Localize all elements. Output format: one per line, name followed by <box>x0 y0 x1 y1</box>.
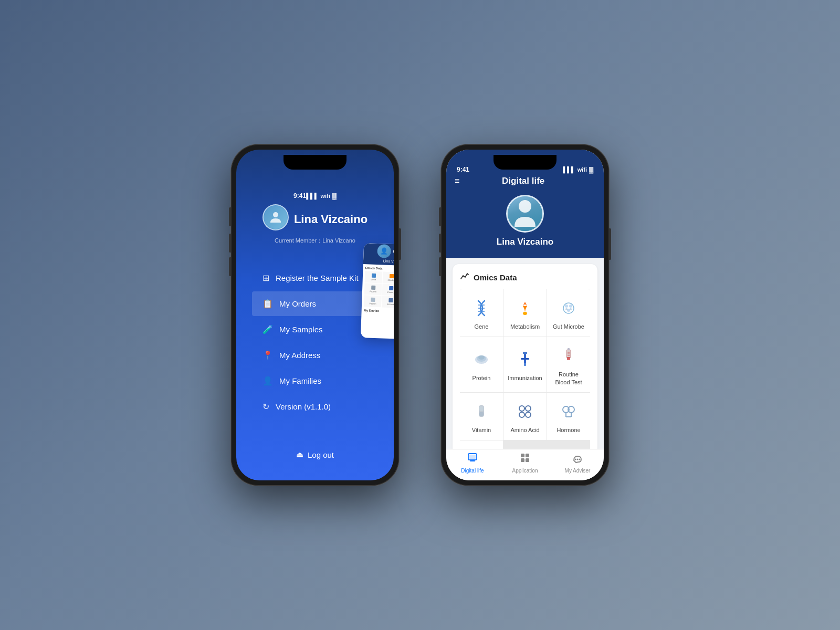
notch-2 <box>494 155 556 170</box>
profile-section: Lina Vizcaino Current Member：Lina Vizcan… <box>262 204 368 245</box>
svg-point-29 <box>526 406 531 411</box>
notch-1 <box>284 155 346 170</box>
tab-application-label: Application <box>512 468 538 474</box>
tab-my-adviser[interactable]: My Adviser <box>551 449 604 476</box>
user-name-header: Lina Vizcaino <box>497 237 553 247</box>
avatar-inner <box>264 206 287 229</box>
version-icon: ↻ <box>262 402 269 412</box>
protein-icon <box>471 349 492 370</box>
preview-header: 👤 Digital li... Lina Vizc... <box>363 243 394 266</box>
hamburger-menu-icon[interactable]: ≡ <box>455 177 459 185</box>
preview-device-title: My Device <box>364 309 394 314</box>
menu-label-orders: My Orders <box>279 299 316 308</box>
chart-icon <box>460 271 469 281</box>
svg-rect-16 <box>524 363 526 366</box>
svg-point-7 <box>565 304 568 308</box>
person-icon <box>268 210 283 225</box>
battery-icon: ▓ <box>332 193 337 199</box>
svg-rect-18 <box>523 352 527 354</box>
immunization-label: Immunization <box>508 374 542 382</box>
svg-point-52 <box>575 459 576 460</box>
preview-user-name: Lina Vizc... <box>383 259 394 263</box>
hormone-icon <box>558 401 579 422</box>
preview-immune-icon <box>389 286 393 290</box>
address-icon: 📍 <box>262 350 273 360</box>
menu-label-version: Version (v1.1.0) <box>276 402 331 411</box>
preview-omics-title: Omics Data <box>365 266 394 271</box>
omics-cell-hormone[interactable]: Hormone <box>547 393 590 440</box>
menu-item-register[interactable]: ⊞ Register the Sample Kit <box>252 266 378 290</box>
immunization-icon <box>514 349 536 370</box>
menu-item-version[interactable]: ↻ Version (v1.1.0) <box>252 394 378 419</box>
svg-rect-21 <box>568 348 570 350</box>
omics-icon <box>460 271 469 283</box>
svg-point-51 <box>579 459 581 460</box>
svg-rect-20 <box>567 357 570 360</box>
omics-cell-blood-test[interactable]: Routine Blood Test <box>547 337 590 392</box>
signal-icon-2: ▌▌▌ <box>563 166 575 173</box>
omics-cell-vitamin[interactable]: Vitamin <box>460 393 503 440</box>
families-icon: 👤 <box>262 376 273 386</box>
person-icon-large <box>512 198 538 229</box>
omics-cell-gene[interactable]: Gene <box>460 289 503 337</box>
preview-avatar: 👤 <box>377 244 391 258</box>
svg-point-50 <box>577 459 579 460</box>
preview-cell-immune: Immun... <box>382 284 394 296</box>
svg-rect-27 <box>479 412 484 416</box>
logout-section[interactable]: ⏏ Log out <box>296 450 334 480</box>
metabolism-label: Metabolism <box>510 323 540 330</box>
amino-acid-icon <box>514 401 536 422</box>
svg-point-1 <box>519 200 531 213</box>
register-icon: ⊞ <box>262 273 269 283</box>
preview-cell-amino: Amino A <box>382 296 394 308</box>
protein-label: Protein <box>472 374 491 382</box>
omics-cell-mineral-element[interactable]: Mineral Element <box>460 440 503 449</box>
gut-microbe-label: Gut Microbe <box>553 323 584 330</box>
wifi-icon-2: wifi <box>578 166 587 173</box>
hormone-label: Hormone <box>556 426 580 434</box>
omics-header: Omics Data <box>460 271 590 283</box>
preview-device-section: My Device <box>364 309 394 314</box>
profile-subtitle: Current Member：Lina Vizcano <box>275 237 355 245</box>
menu-label-register: Register the Sample Kit <box>276 274 359 282</box>
user-avatar-img <box>508 196 542 232</box>
menu-item-families[interactable]: 👤 My Families <box>252 369 378 393</box>
preview-content: Omics Data Gene Metab... Gut... <box>361 264 394 318</box>
preview-gene-label: Gene <box>371 278 376 281</box>
avatar <box>262 204 289 230</box>
omics-cell-amino-acid[interactable]: Amino Acid <box>503 393 547 440</box>
samples-icon: 🧪 <box>262 324 273 334</box>
tab-digital-life[interactable]: Digital life <box>446 449 499 476</box>
tab-application[interactable]: Application <box>499 449 551 476</box>
phone-1-screen: 9:41 ▌▌▌ wifi ▓ <box>236 150 394 480</box>
digital-life-tab-icon <box>467 452 478 466</box>
svg-point-31 <box>526 412 531 417</box>
menu-label-samples: My Samples <box>279 325 323 334</box>
signal-icon: ▌▌▌ <box>306 193 318 199</box>
menu-item-samples[interactable]: 🧪 My Samples <box>252 317 378 342</box>
omics-cell-gut-microbe[interactable]: Gut Microbe <box>547 289 590 337</box>
tab-digital-life-label: Digital life <box>461 468 484 474</box>
logout-label: Log out <box>308 450 334 459</box>
digital-life-screen: 9:41 ▌▌▌ wifi ▓ ≡ Digital life <box>446 150 604 480</box>
preview-cell-metabolism: Metab... <box>383 271 394 284</box>
phone2-content: Omics Data <box>446 258 604 449</box>
status-time-1: 9:41 <box>293 192 306 200</box>
battery-icon-2: ▓ <box>589 166 593 173</box>
preview-cell-protein: Protein <box>364 283 382 295</box>
amino-acid-label: Amino Acid <box>510 426 539 434</box>
svg-point-0 <box>273 212 278 217</box>
menu-item-orders[interactable]: 📋 My Orders <box>252 291 378 316</box>
svg-point-30 <box>519 412 524 417</box>
preview-immune-label: Immun... <box>387 291 394 294</box>
preview-metabolism-label: Metab... <box>387 279 394 282</box>
omics-cell-immunization[interactable]: Immunization <box>503 337 547 392</box>
omics-cell-protein[interactable]: Protein <box>460 337 503 392</box>
omics-grid: Gene Metabolism <box>460 289 590 449</box>
menu-item-address[interactable]: 📍 My Address <box>252 343 378 368</box>
svg-point-28 <box>519 406 524 411</box>
status-bar-1: 9:41 ▌▌▌ wifi ▓ <box>283 181 347 204</box>
svg-rect-43 <box>469 455 476 459</box>
preview-cell-vitamin: Vitamin <box>364 295 382 307</box>
omics-cell-metabolism[interactable]: Metabolism <box>503 289 547 337</box>
